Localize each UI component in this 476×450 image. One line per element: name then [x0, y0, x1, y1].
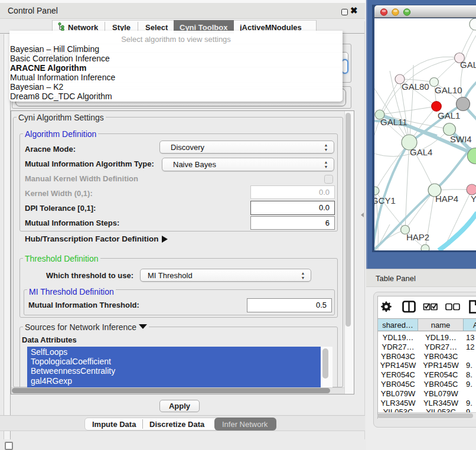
- svg-text:HAP4: HAP4: [435, 194, 458, 204]
- svg-text:GCY1: GCY1: [374, 195, 396, 206]
- svg-text:GAL10: GAL10: [435, 85, 462, 95]
- svg-text:GAL4: GAL4: [410, 147, 432, 157]
- svg-text:HAP2: HAP2: [406, 232, 429, 242]
- svg-text:YJ: YJ: [471, 194, 476, 204]
- svg-text:GAL1: GAL1: [438, 110, 460, 120]
- svg-text:GAL7: GAL7: [460, 60, 476, 70]
- svg-text:SWI4: SWI4: [450, 134, 472, 144]
- svg-text:GAL80: GAL80: [402, 81, 429, 92]
- svg-text:GAL11: GAL11: [380, 117, 407, 127]
